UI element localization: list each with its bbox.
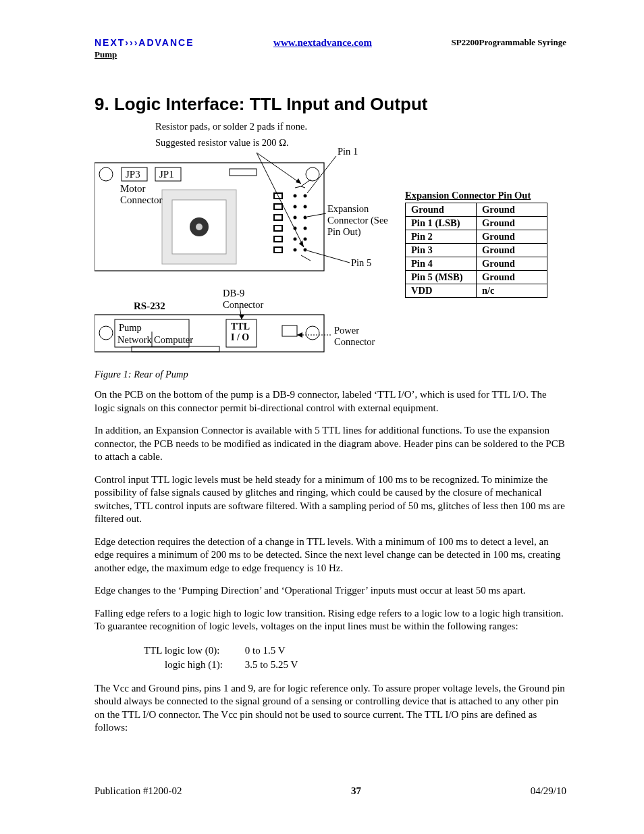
svg-point-25 xyxy=(304,238,307,241)
svg-line-36 xyxy=(307,156,336,193)
section-number: 9. xyxy=(95,94,109,114)
logic-low-value: 0 to 1.5 V xyxy=(244,644,318,657)
svg-marker-33 xyxy=(296,178,301,184)
resistor-note-2: Suggested resistor value is 200 Ω. xyxy=(155,136,566,149)
para-1: On the PCB on the bottom of the pump is … xyxy=(95,388,566,415)
svg-rect-46 xyxy=(282,325,297,336)
table-row: Pin 5 (MSB)Ground xyxy=(406,271,547,284)
svg-point-24 xyxy=(294,238,297,241)
figure-caption: Figure 1: Rear of Pump xyxy=(95,369,566,380)
svg-point-2 xyxy=(306,167,319,181)
svg-text:RS-232: RS-232 xyxy=(134,301,165,311)
svg-text:Network: Network xyxy=(117,334,152,345)
pinout-table-block: Expansion Connector Pin Out GroundGround… xyxy=(405,190,547,298)
svg-point-1 xyxy=(99,167,113,181)
para-3: Control input TTL logic levels must be h… xyxy=(95,473,566,526)
figure-diagram: Expansion Connector Pin Out GroundGround… xyxy=(95,153,566,355)
svg-text:JP3: JP3 xyxy=(126,169,140,180)
svg-rect-15 xyxy=(274,247,282,253)
page-footer: Publication #1200-02 37 04/29/10 xyxy=(95,785,566,797)
pinout-table: GroundGround Pin 1 (LSB)Ground Pin 2Grou… xyxy=(405,203,547,298)
svg-text:Motor: Motor xyxy=(120,183,146,194)
rear-of-pump-svg: JP3 JP1 Motor Connector RS-232 TTL I / O… xyxy=(95,153,405,355)
model-label: SP2200Programmable Syringe xyxy=(451,37,566,48)
svg-line-28 xyxy=(301,180,311,186)
svg-point-40 xyxy=(99,326,113,340)
svg-marker-50 xyxy=(297,332,302,338)
para-5: Edge changes to the ‘Pumping Direction’ … xyxy=(95,584,566,598)
svg-point-17 xyxy=(304,194,307,198)
resistor-note-1: Resistor pads, or solder 2 pads if none. xyxy=(155,120,566,132)
pinout-title: Expansion Connector Pin Out xyxy=(405,190,547,201)
svg-point-21 xyxy=(304,216,307,219)
svg-point-9 xyxy=(196,224,203,230)
svg-marker-48 xyxy=(239,315,244,319)
logic-high-value: 3.5 to 5.25 V xyxy=(244,658,318,671)
page-header: NEXT›››ADVANCE Pump www.nextadvance.com … xyxy=(95,37,566,60)
svg-rect-14 xyxy=(274,236,282,242)
table-row: Pin 4Ground xyxy=(406,257,547,271)
svg-point-27 xyxy=(304,249,307,252)
svg-marker-35 xyxy=(299,240,304,247)
svg-point-41 xyxy=(306,326,319,340)
table-row: GroundGround xyxy=(406,203,547,217)
svg-rect-13 xyxy=(274,226,282,231)
svg-line-32 xyxy=(257,153,301,184)
publication-id: Publication #1200-02 xyxy=(95,785,182,797)
table-row: Pin 2Ground xyxy=(406,230,547,244)
svg-point-19 xyxy=(304,205,307,209)
para-6: Falling edge refers to a logic high to l… xyxy=(95,607,566,633)
logic-high-label: logic high (1): xyxy=(143,658,243,671)
svg-text:Computer: Computer xyxy=(154,334,193,345)
svg-line-29 xyxy=(295,186,301,188)
svg-text:Pump: Pump xyxy=(119,322,142,333)
svg-text:JP1: JP1 xyxy=(159,169,174,180)
section-title: Logic Interface: TTL Input and Output xyxy=(114,94,428,114)
header-sub: Pump xyxy=(95,49,194,60)
website-link[interactable]: www.nextadvance.com xyxy=(273,37,372,49)
svg-point-26 xyxy=(294,249,297,252)
svg-line-31 xyxy=(301,255,311,261)
page-number: 37 xyxy=(351,785,361,797)
svg-rect-12 xyxy=(274,215,282,220)
table-row: VDDn/c xyxy=(406,284,547,298)
logic-low-label: TTL logic low (0): xyxy=(143,644,243,657)
svg-point-23 xyxy=(304,227,307,230)
para-4: Edge detection requires the detection of… xyxy=(95,536,566,575)
svg-line-34 xyxy=(257,153,304,247)
svg-text:Connector: Connector xyxy=(120,194,162,205)
svg-line-30 xyxy=(301,186,305,188)
svg-line-37 xyxy=(307,213,326,217)
svg-text:TTL: TTL xyxy=(231,321,250,332)
svg-point-20 xyxy=(294,216,297,219)
svg-rect-11 xyxy=(274,204,282,209)
svg-text:I / O: I / O xyxy=(231,332,249,342)
svg-point-16 xyxy=(294,194,297,198)
para-2: In addition, an Expansion Connector is a… xyxy=(95,424,566,464)
expansion-pins-icon xyxy=(274,180,311,261)
section-heading: 9. Logic Interface: TTL Input and Output xyxy=(95,94,566,115)
svg-point-18 xyxy=(294,205,297,209)
table-row: Pin 3Ground xyxy=(406,244,547,257)
para-7: The Vcc and Ground pins, pins 1 and 9, a… xyxy=(95,682,566,735)
svg-line-38 xyxy=(307,251,350,263)
logic-levels-table: TTL logic low (0): 0 to 1.5 V logic high… xyxy=(142,643,319,673)
svg-rect-5 xyxy=(230,169,257,176)
footer-date: 04/29/10 xyxy=(531,785,566,797)
table-row: Pin 1 (LSB)Ground xyxy=(406,217,547,230)
brand-logo: NEXT›››ADVANCE xyxy=(95,37,194,48)
